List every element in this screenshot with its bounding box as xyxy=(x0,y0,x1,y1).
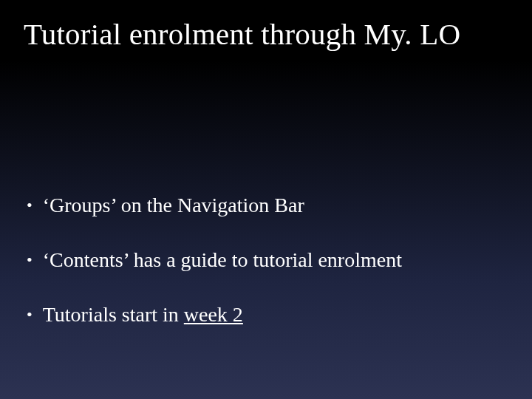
bullet-icon: • xyxy=(27,252,33,268)
bullet-list: • ‘Groups’ on the Navigation Bar • ‘Cont… xyxy=(27,194,510,358)
bullet-text-underline: week 2 xyxy=(184,303,243,326)
slide: Tutorial enrolment through My. LO • ‘Gro… xyxy=(0,0,532,399)
bullet-text-main: Tutorials start in xyxy=(43,303,184,326)
bullet-text: Tutorials start in week 2 xyxy=(43,303,243,327)
bullet-text: ‘Groups’ on the Navigation Bar xyxy=(43,194,304,217)
slide-title: Tutorial enrolment through My. LO xyxy=(0,0,532,52)
bullet-icon: • xyxy=(27,197,33,214)
bullet-icon: • xyxy=(27,307,33,323)
bullet-text-main: ‘Groups’ on the Navigation Bar xyxy=(43,194,304,216)
list-item: • ‘Contents’ has a guide to tutorial enr… xyxy=(27,248,510,272)
list-item: • ‘Groups’ on the Navigation Bar xyxy=(27,194,510,217)
bullet-text-main: ‘Contents’ has a guide to tutorial enrol… xyxy=(43,248,402,271)
bullet-text: ‘Contents’ has a guide to tutorial enrol… xyxy=(43,248,402,272)
list-item: • Tutorials start in week 2 xyxy=(27,303,510,327)
